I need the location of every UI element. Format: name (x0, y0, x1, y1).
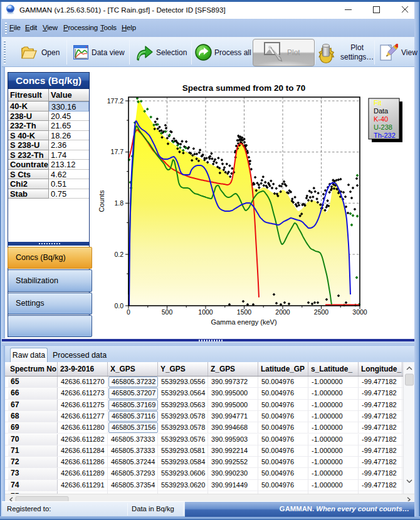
svg-text:500: 500 (162, 308, 173, 316)
svg-text:0.2: 0.2 (114, 251, 123, 258)
svg-text:U-238: U-238 (374, 123, 392, 131)
svg-text:1500: 1500 (237, 308, 252, 316)
svg-text:Spectra summed from 20 to 70: Spectra summed from 20 to 70 (182, 83, 306, 93)
svg-text:Gamma energy (keV): Gamma energy (keV) (211, 318, 276, 326)
svg-text:Th-232: Th-232 (374, 132, 396, 139)
svg-text:0: 0 (127, 308, 130, 316)
svg-text:3000: 3000 (352, 308, 367, 316)
svg-text:2500: 2500 (314, 308, 329, 316)
svg-text:1.8: 1.8 (114, 199, 123, 207)
svg-text:Fit: Fit (374, 99, 381, 107)
svg-text:2000: 2000 (275, 308, 290, 316)
svg-text:1000: 1000 (198, 308, 213, 316)
svg-text:Data: Data (374, 107, 389, 115)
svg-text:177.2: 177.2 (107, 97, 123, 105)
svg-text:17.7: 17.7 (111, 148, 124, 155)
svg-text:K-40: K-40 (374, 115, 388, 123)
svg-text:0.0: 0.0 (114, 302, 123, 309)
svg-text:Counts: Counts (98, 190, 105, 212)
